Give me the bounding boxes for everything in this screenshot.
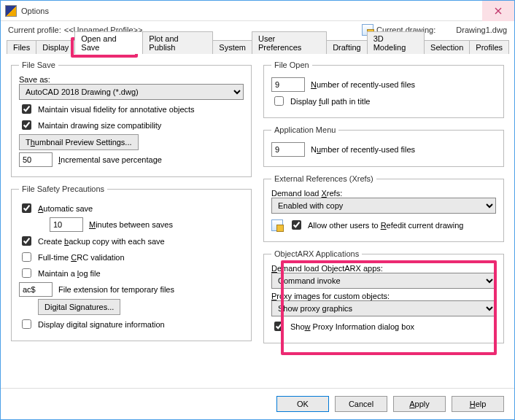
minutes-between-saves-label: Minutes between saves <box>89 220 173 229</box>
application-menu-legend: Application Menu <box>271 125 338 134</box>
save-as-label: Save as: <box>19 75 244 84</box>
file-save-legend: File Save <box>19 61 58 69</box>
external-references-group: External References (Xrefs) Demand load … <box>263 174 504 242</box>
close-button[interactable] <box>482 1 514 21</box>
window-title: Options <box>21 7 482 15</box>
right-column: File Open Number of recently-used files … <box>263 61 504 343</box>
crc-validation-checkbox[interactable]: Full-time CRC validation <box>19 250 244 264</box>
tab-plot-and-publish[interactable]: Plot and Publish <box>142 31 213 54</box>
help-button[interactable]: Help <box>452 396 504 412</box>
objectarx-legend: ObjectARX Applications <box>271 249 362 258</box>
tab-drafting[interactable]: Drafting <box>326 40 368 54</box>
digital-signatures-button[interactable]: Digital Signatures... <box>38 299 120 315</box>
demand-load-arx-select[interactable]: Command invoke <box>271 273 496 289</box>
demand-load-xrefs-select[interactable]: Enabled with copy <box>271 198 496 214</box>
display-full-path-checkbox[interactable]: Display full path in title <box>271 94 496 108</box>
file-safety-legend: File Safety Precautions <box>19 184 107 193</box>
demand-load-arx-label: Demand load ObjectARX apps: <box>271 264 496 273</box>
recent-files-menu-label: Number of recently-used files <box>311 145 415 154</box>
file-open-group: File Open Number of recently-used files … <box>263 61 504 118</box>
file-save-group: File Save Save as: AutoCAD 2018 Drawing … <box>11 61 252 177</box>
recent-files-open-input[interactable] <box>271 77 305 92</box>
left-column: File Save Save as: AutoCAD 2018 Drawing … <box>11 61 252 343</box>
proxy-images-label: Proxy images for custom objects: <box>271 292 496 300</box>
file-safety-group: File Safety Precautions Automatic save M… <box>11 184 252 341</box>
minutes-between-saves-input[interactable] <box>50 217 83 232</box>
display-digital-signature-checkbox[interactable]: Display digital signature information <box>19 317 244 331</box>
external-references-legend: External References (Xrefs) <box>271 174 376 183</box>
cancel-button[interactable]: Cancel <box>335 396 387 412</box>
profile-label: Current profile: <box>8 26 61 34</box>
recent-files-open-label: Number of recently-used files <box>311 80 415 89</box>
tab-open-and-save[interactable]: Open and Save <box>74 31 143 54</box>
tab-3d-modeling[interactable]: 3D Modeling <box>367 31 425 54</box>
show-proxy-info-checkbox[interactable]: Show Proxy Information dialog box <box>271 319 496 333</box>
tab-selection[interactable]: Selection <box>424 40 470 54</box>
tab-system[interactable]: System <box>212 40 252 54</box>
ok-button[interactable]: OK <box>276 396 329 412</box>
objectarx-group: ObjectARX Applications Demand load Objec… <box>263 249 504 343</box>
app-icon <box>5 5 17 17</box>
tab-strip: Files Display Open and Save Plot and Pub… <box>1 37 514 53</box>
tab-profiles[interactable]: Profiles <box>469 40 509 54</box>
dialog-footer: OK Cancel Apply Help <box>1 388 514 419</box>
incremental-save-input[interactable] <box>19 152 53 167</box>
drawing-small-icon <box>271 219 283 231</box>
maintain-size-compat-checkbox[interactable]: Maintain drawing size compatibility <box>19 118 244 132</box>
save-as-select[interactable]: AutoCAD 2018 Drawing (*.dwg) <box>19 84 244 100</box>
temp-file-ext-label: File extension for temporary files <box>58 285 174 294</box>
automatic-save-checkbox[interactable]: Automatic save <box>19 201 244 215</box>
content-area: File Save Save as: AutoCAD 2018 Drawing … <box>1 53 514 351</box>
create-backup-checkbox[interactable]: Create backup copy with each save <box>19 234 244 248</box>
maintain-visual-fidelity-checkbox[interactable]: Maintain visual fidelity for annotative … <box>19 102 244 116</box>
proxy-images-select[interactable]: Show proxy graphics <box>271 300 496 316</box>
thumbnail-preview-button[interactable]: Thumbnail Preview Settings... <box>19 134 139 150</box>
file-open-legend: File Open <box>271 61 312 69</box>
tab-display[interactable]: Display <box>36 40 75 54</box>
recent-files-menu-input[interactable] <box>271 142 305 157</box>
maintain-log-file-checkbox[interactable]: Maintain a log file <box>19 266 244 280</box>
titlebar: Options <box>1 1 514 21</box>
application-menu-group: Application Menu Number of recently-used… <box>263 125 504 167</box>
demand-load-xrefs-label: Demand load Xrefs: <box>271 189 496 198</box>
apply-button[interactable]: Apply <box>393 396 446 412</box>
close-icon <box>495 7 502 15</box>
incremental-save-label: Incremental save percentage <box>58 155 162 164</box>
tab-files[interactable]: Files <box>7 40 36 54</box>
tab-user-preferences[interactable]: User Preferences <box>252 31 327 54</box>
temp-file-ext-input[interactable] <box>19 282 53 297</box>
drawing-value: Drawing1.dwg <box>456 26 507 34</box>
allow-refedit-checkbox[interactable]: Allow other users to Refedit current dra… <box>289 218 463 232</box>
